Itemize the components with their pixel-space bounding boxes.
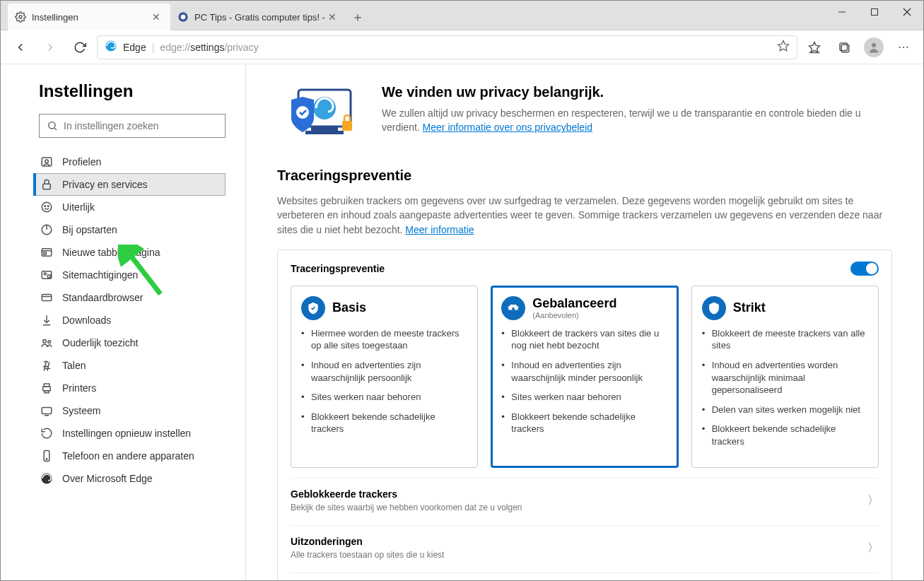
svg-rect-4 [872,9,878,16]
menu-button[interactable]: ⋯ [891,35,916,60]
tracking-level-cards: BasisHiermee worden de meeste trackers o… [291,286,879,468]
svg-point-29 [44,273,46,275]
close-icon[interactable]: ✕ [325,11,339,23]
maximize-button[interactable] [858,1,891,23]
sidebar-item-nieuwe-tabbladpagina[interactable]: Nieuwe tabbladpagina [33,241,226,264]
svg-rect-45 [311,127,338,131]
back-button[interactable] [8,35,33,60]
sidebar-item-ouderlijk-toezicht[interactable]: Ouderlijk toezicht [33,331,226,354]
nav-item-label: Talen [62,360,86,371]
privacy-desc: We zullen altijd uw privacy beschermen e… [382,106,892,135]
privacy-illustration [277,84,362,148]
nav-item-label: Uiterlijk [62,201,95,213]
window-controls [826,1,923,23]
level-title: Gebalanceerd [532,296,616,311]
learn-more-link[interactable]: Meer informatie [405,224,474,235]
close-window-button[interactable] [891,1,923,23]
tab-label: Instellingen [32,12,78,23]
sidebar-item-systeem[interactable]: Systeem [33,399,226,422]
tab-label: PC Tips - Gratis computer tips! - [194,12,325,23]
nav-icon [40,200,54,214]
sidebar-item-privacy-en-services[interactable]: Privacy en services [33,173,226,196]
search-icon [47,120,58,131]
edge-logo-icon [105,40,117,54]
tracking-level-strikt[interactable]: StriktBlokkeert de meeste trackers van a… [691,286,879,468]
tracking-prevention-title: Traceringspreventie [277,168,892,184]
nav-icon [40,290,54,305]
nav-icon [40,381,54,395]
level-bullet: Blokkeert bekende schadelijke trackers [702,423,868,447]
favorites-button[interactable] [802,35,827,60]
level-bullet: Blokkeert de trackers van sites die u no… [501,327,667,352]
settings-main: We vinden uw privacy belangrijk. We zull… [246,64,923,581]
content-area: Instellingen ProfielenPrivacy en service… [1,64,923,581]
tracking-level-basis[interactable]: BasisHiermee worden de meeste trackers o… [291,286,478,468]
exceptions-row[interactable]: Uitzonderingen Alle trackers toestaan op… [291,525,879,563]
tracking-level-gebalanceerd[interactable]: Gebalanceerd(Aanbevolen)Blokkeert de tra… [491,286,678,468]
tab-strip: Instellingen ✕ PC Tips - Gratis computer… [1,1,369,30]
svg-point-20 [45,206,46,207]
search-input[interactable] [64,120,218,131]
sidebar-item-sitemachtigingen[interactable]: Sitemachtigingen [33,264,226,286]
svg-point-48 [296,106,309,119]
sidebar-item-standaardbrowser[interactable]: Standaardbrowser [33,286,226,309]
sidebar-item-telefoon-en-andere-apparaten[interactable]: Telefoon en andere apparaten [33,445,226,467]
sidebar-title: Instellingen [39,81,226,101]
svg-rect-28 [48,275,51,278]
new-tab-button[interactable]: ＋ [346,4,369,30]
site-icon [177,11,189,23]
nav-icon [40,223,54,237]
minimize-button[interactable] [826,1,858,23]
nav-icon [40,426,54,440]
refresh-button[interactable] [67,35,93,60]
svg-point-19 [42,202,52,212]
level-bullet: Inhoud en advertenties zijn waarschijnli… [301,359,467,384]
svg-point-17 [45,160,49,163]
blocked-trackers-row[interactable]: Geblokkeerde trackers Bekijk de sites wa… [291,478,879,515]
sidebar-item-printers[interactable]: Printers [33,377,226,399]
level-title: Basis [332,300,366,315]
tab-settings[interactable]: Instellingen ✕ [8,4,170,30]
svg-point-13 [872,43,876,47]
nav-icon [40,245,54,259]
nav-item-label: Standaardbrowser [62,292,143,303]
privacy-policy-link[interactable]: Meer informatie over ons privacybeleid [423,122,592,133]
address-bar[interactable]: Edge | edge://settings/privacy [97,35,797,59]
svg-rect-52 [508,306,519,307]
sidebar-item-instellingen-opnieuw-instellen[interactable]: Instellingen opnieuw instellen [33,422,226,445]
collections-button[interactable] [831,35,857,60]
level-icon [301,296,325,320]
sidebar-item-bij-opstarten[interactable]: Bij opstarten [33,218,226,241]
toolbar-right: ⋯ [802,35,916,60]
close-icon[interactable]: ✕ [149,11,163,23]
browser-titlebar: Instellingen ✕ PC Tips - Gratis computer… [1,1,923,30]
nav-item-label: Systeem [62,405,100,416]
sidebar-item-talen[interactable]: Talen [33,354,226,377]
nav-item-label: Ouderlijk toezicht [62,337,138,348]
inprivate-strict-row: Altijd 'strikte' preventie voor bijhoude… [291,573,879,581]
nav-item-label: Bij opstarten [62,224,117,235]
sidebar-item-uiterlijk[interactable]: Uiterlijk [33,196,226,218]
nav-icon [40,177,54,192]
sidebar-item-over-microsoft-edge[interactable]: Over Microsoft Edge [33,467,226,490]
tracking-prevention-desc: Websites gebruiken trackers om gegevens … [277,194,892,237]
level-bullet: Blokkeert bekende schadelijke trackers [501,411,667,435]
nav-icon [40,336,54,350]
profile-button[interactable] [861,35,887,60]
tracking-toggle[interactable] [850,262,879,276]
settings-search[interactable] [39,114,226,138]
svg-rect-37 [45,391,49,393]
nav-item-label: Printers [62,382,96,394]
nav-item-label: Nieuwe tabbladpagina [62,247,160,258]
tab-pctips[interactable]: PC Tips - Gratis computer tips! - ✕ [170,4,346,30]
nav-icon [40,155,54,169]
level-bullet: Sites werken naar behoren [301,391,467,404]
sidebar-item-profielen[interactable]: Profielen [33,151,226,173]
settings-sidebar: Instellingen ProfielenPrivacy en service… [1,64,246,581]
svg-rect-26 [44,252,47,254]
level-subtitle: (Aanbevolen) [532,311,616,319]
favorite-icon[interactable] [777,40,790,54]
sidebar-item-downloads[interactable]: Downloads [33,309,226,331]
forward-button[interactable] [37,35,63,60]
privacy-title: We vinden uw privacy belangrijk. [382,84,892,100]
